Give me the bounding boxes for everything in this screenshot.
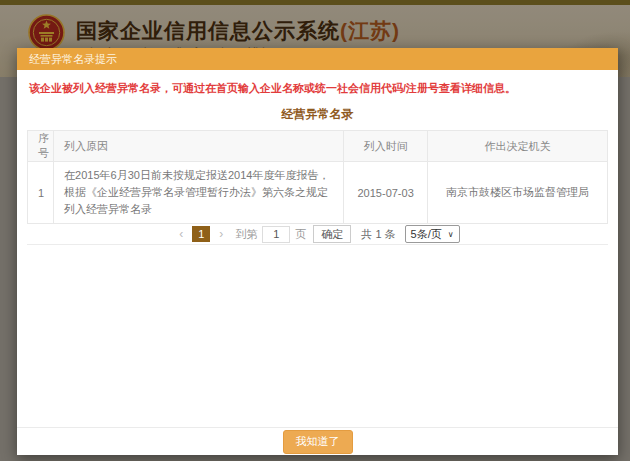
current-page-button[interactable]: 1 bbox=[192, 226, 210, 242]
page-size-value: 5条/页 bbox=[411, 227, 442, 242]
pagination-bar: ‹ 1 › 到第 页 确定 共 1 条 5条/页 ∨ bbox=[27, 224, 608, 245]
page-unit-label: 页 bbox=[295, 227, 306, 242]
total-count-label: 共 1 条 bbox=[361, 227, 395, 242]
column-header-authority: 作出决定机关 bbox=[428, 131, 608, 162]
modal-footer: 我知道了 bbox=[17, 427, 618, 455]
page-size-select[interactable]: 5条/页 ∨ bbox=[405, 225, 460, 243]
chevron-down-icon: ∨ bbox=[448, 230, 454, 239]
table-header-row: 序号 列入原因 列入时间 作出决定机关 bbox=[28, 131, 608, 162]
next-page-button[interactable]: › bbox=[215, 227, 227, 241]
acknowledge-button[interactable]: 我知道了 bbox=[283, 430, 353, 454]
table-wrap: 序号 列入原因 列入时间 作出决定机关 1 在2015年6月30日前未按规定报送… bbox=[27, 130, 608, 245]
table-row: 1 在2015年6月30日前未按规定报送2014年度年度报告，根据《企业经营异常… bbox=[28, 162, 608, 224]
goto-page-input[interactable] bbox=[262, 226, 290, 243]
modal-title: 经营异常名录提示 bbox=[17, 48, 618, 70]
cell-date: 2015-07-03 bbox=[344, 162, 428, 224]
cell-seq: 1 bbox=[28, 162, 54, 224]
column-header-seq: 序号 bbox=[28, 131, 54, 162]
prev-page-button[interactable]: ‹ bbox=[175, 227, 187, 241]
table-title: 经营异常名录 bbox=[17, 106, 618, 123]
column-header-date: 列入时间 bbox=[344, 131, 428, 162]
cell-authority: 南京市鼓楼区市场监督管理局 bbox=[428, 162, 608, 224]
abnormal-list-modal: 经营异常名录提示 该企业被列入经营异常名录，可通过在首页输入企业名称或统一社会信… bbox=[17, 48, 618, 455]
column-header-reason: 列入原因 bbox=[54, 131, 344, 162]
cell-reason: 在2015年6月30日前未按规定报送2014年度年度报告，根据《企业经营异常名录… bbox=[54, 162, 344, 224]
goto-page-label: 到第 bbox=[235, 227, 257, 242]
warning-text: 该企业被列入经营异常名录，可通过在首页输入企业名称或统一社会信用代码/注册号查看… bbox=[17, 70, 618, 98]
modal-body: 该企业被列入经营异常名录，可通过在首页输入企业名称或统一社会信用代码/注册号查看… bbox=[17, 70, 618, 427]
goto-confirm-button[interactable]: 确定 bbox=[313, 225, 351, 243]
abnormal-list-table: 序号 列入原因 列入时间 作出决定机关 1 在2015年6月30日前未按规定报送… bbox=[27, 130, 608, 224]
